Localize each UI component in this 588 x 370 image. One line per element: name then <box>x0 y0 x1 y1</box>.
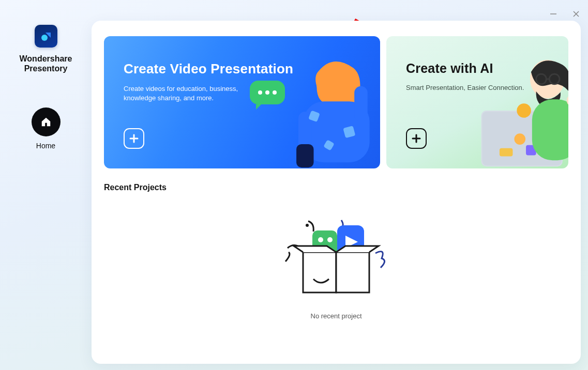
svg-point-21 <box>514 133 525 145</box>
nav-home-label: Home <box>36 142 55 150</box>
app-logo <box>35 25 57 48</box>
create-video-card[interactable]: Create Video Presentation Create videos … <box>104 36 380 168</box>
ai-user-illustration <box>470 50 568 168</box>
svg-rect-11 <box>296 144 313 167</box>
main-panel: Create Video Presentation Create videos … <box>92 21 581 364</box>
create-ai-card[interactable]: Create with AI Smart Presentation, Easie… <box>386 36 568 168</box>
brand-name: Wondershare Presentory <box>20 54 72 73</box>
presenter-illustration <box>266 51 380 168</box>
close-button[interactable] <box>571 9 581 19</box>
brand-line2: Presentory <box>20 64 72 73</box>
svg-rect-9 <box>354 86 368 122</box>
svg-rect-29 <box>568 105 568 146</box>
brand-line1: Wondershare <box>20 54 72 64</box>
nav-home[interactable]: Home <box>32 107 61 150</box>
svg-rect-22 <box>500 148 513 157</box>
svg-point-34 <box>327 237 333 242</box>
create-ai-plus-icon <box>406 128 427 149</box>
empty-message: No recent project <box>311 312 362 320</box>
svg-point-31 <box>306 224 309 227</box>
create-video-desc: Create videos for education, business, k… <box>124 84 243 103</box>
svg-rect-27 <box>532 99 568 160</box>
home-icon <box>32 107 61 136</box>
create-video-plus-icon <box>124 128 144 149</box>
svg-point-33 <box>318 237 323 242</box>
card-row: Create Video Presentation Create videos … <box>104 36 568 168</box>
svg-point-4 <box>41 35 48 41</box>
minimize-button[interactable] <box>549 9 558 19</box>
empty-box-illustration <box>284 218 388 299</box>
recent-projects-heading: Recent Projects <box>104 183 568 192</box>
empty-state: No recent project <box>104 218 568 320</box>
sidebar: Wondershare Presentory Home <box>0 0 92 370</box>
svg-point-28 <box>517 103 531 118</box>
